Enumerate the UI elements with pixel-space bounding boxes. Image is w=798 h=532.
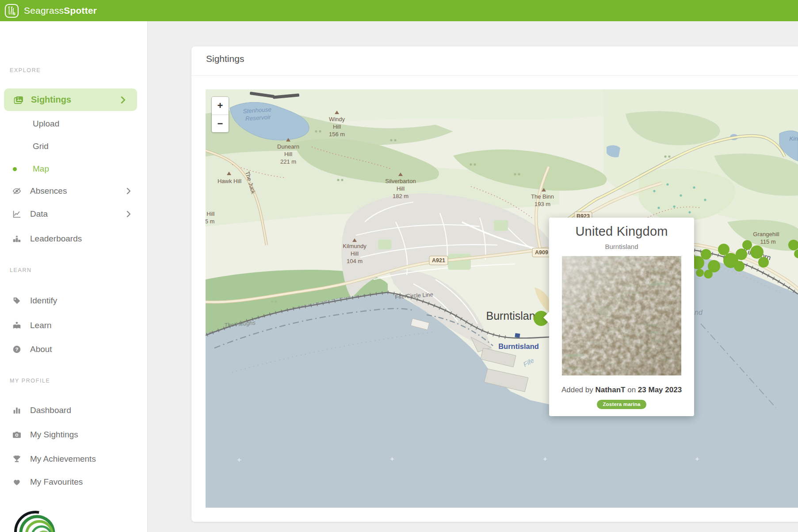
chevron-right-icon (126, 211, 131, 218)
svg-text:rry Hill: rry Hill (206, 211, 215, 217)
svg-text:The Binn: The Binn (531, 193, 554, 200)
sighting-photo[interactable] (562, 256, 681, 375)
section-label-explore: EXPLORE (10, 67, 41, 73)
popup-place-subtitle: Burntisland (549, 243, 694, 250)
active-bullet-icon (13, 167, 17, 171)
popup-pointer (543, 311, 550, 324)
svg-text:A909: A909 (535, 249, 548, 256)
book-icon (12, 321, 22, 330)
sidebar-item-my-favourites[interactable]: My Favourites (0, 473, 148, 491)
sighting-popup: United Kingdom Burntisland (549, 218, 694, 416)
tag-icon (12, 296, 22, 306)
svg-text:156 m: 156 m (329, 131, 345, 138)
svg-text:nd: nd (695, 309, 703, 316)
podium-icon (12, 234, 22, 244)
sidebar-item-learn[interactable]: Learn (0, 317, 148, 334)
sightings-map[interactable]: A921 A909 B923 Stenhouse Reservoir Windy… (206, 89, 798, 508)
svg-text:Windy: Windy (329, 116, 345, 122)
svg-text:Hill: Hill (333, 123, 341, 130)
divider (191, 75, 798, 76)
svg-text:Grangehill: Grangehill (753, 231, 779, 237)
eye-off-icon (12, 186, 22, 196)
svg-text:?: ? (15, 347, 19, 352)
svg-text:Kilmundy: Kilmundy (343, 243, 367, 249)
sidebar-item-grid[interactable]: Grid (0, 138, 148, 155)
svg-text:Hill: Hill (397, 185, 405, 192)
svg-text:Burntisland: Burntisland (486, 310, 541, 322)
svg-text:Hawk Hill: Hawk Hill (218, 178, 241, 184)
sidebar-item-label: Sightings (31, 95, 71, 105)
sidebar-item-leaderboards[interactable]: Leaderboards (0, 230, 148, 248)
svg-text:Hill: Hill (351, 250, 359, 257)
sidebar: EXPLORE Sightings Upload Grid Map Absenc… (0, 21, 148, 532)
sidebar-item-identify[interactable]: Identify (0, 292, 148, 310)
svg-text:221 m: 221 m (280, 158, 296, 165)
svg-text:Dunearn: Dunearn (277, 143, 299, 150)
project-seagrass-logo[interactable]: PROJECT SEAGRASS (11, 509, 140, 532)
sidebar-item-my-achievements[interactable]: My Achievements (0, 450, 148, 468)
camera-icon (12, 430, 22, 440)
sidebar-item-sightings[interactable]: Sightings (4, 88, 137, 111)
svg-text:Hill: Hill (284, 151, 292, 157)
species-badge[interactable]: Zostera marina (597, 400, 646, 409)
popup-username: NathanT (595, 386, 625, 394)
svg-text:115 m: 115 m (760, 238, 775, 245)
content-card: Sightings (191, 46, 798, 522)
heart-icon (12, 477, 22, 487)
sidebar-item-data[interactable]: Data (0, 205, 148, 223)
svg-text:Burntisland: Burntisland (498, 342, 539, 350)
sidebar-item-absences[interactable]: Absences (0, 182, 148, 200)
sidebar-item-dashboard[interactable]: Dashboard (0, 402, 148, 419)
sidebar-item-my-sightings[interactable]: My Sightings (0, 426, 148, 444)
sidebar-item-upload[interactable]: Upload (0, 115, 148, 133)
page-title: Sightings (206, 54, 244, 64)
popup-caption: Added by NathanT on 23 May 2023 (549, 386, 694, 394)
sidebar-item-about[interactable]: ? About (0, 341, 148, 358)
photos-icon (13, 95, 24, 105)
svg-text:A921: A921 (432, 257, 445, 264)
popup-date: 23 May 2023 (638, 386, 682, 394)
svg-text:Kin: Kin (789, 135, 798, 142)
question-icon: ? (12, 344, 22, 354)
map-zoom-control: + − (211, 96, 229, 133)
svg-text:Silverbarton: Silverbarton (385, 178, 416, 184)
svg-text:75 m: 75 m (206, 218, 214, 225)
seagrass-logo-icon[interactable]: s (4, 4, 19, 18)
zoom-in-button[interactable]: + (212, 97, 229, 115)
section-label-learn: LEARN (10, 267, 32, 273)
chart-line-icon (12, 209, 22, 219)
map-canvas[interactable]: A921 A909 B923 Stenhouse Reservoir Windy… (206, 89, 798, 508)
brand-title[interactable]: SeagrassSpotter (24, 5, 97, 16)
svg-text:s: s (13, 11, 16, 16)
chevron-right-icon (126, 188, 131, 195)
trophy-icon (12, 454, 22, 464)
bar-chart-icon (12, 406, 22, 415)
section-label-my-profile: MY PROFILE (10, 378, 50, 384)
svg-text:182 m: 182 m (393, 193, 409, 199)
popup-country-title: United Kingdom (549, 224, 694, 239)
app-header: s SeagrassSpotter (0, 0, 798, 21)
zoom-out-button[interactable]: − (212, 115, 229, 132)
svg-text:193 m: 193 m (535, 201, 550, 207)
svg-text:104 m: 104 m (347, 258, 363, 264)
chevron-right-icon (121, 96, 126, 104)
sidebar-item-map[interactable]: Map (0, 160, 148, 178)
